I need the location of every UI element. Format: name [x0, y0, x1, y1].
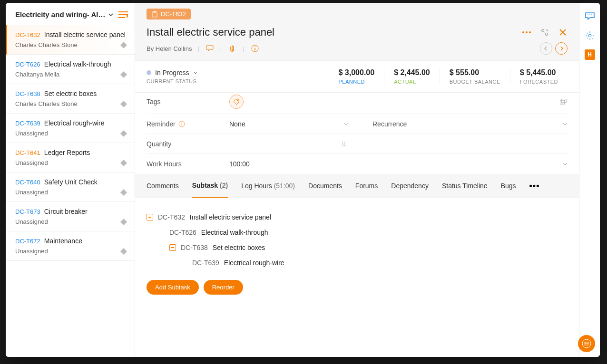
sidebar-title: Electricity and wiring- Al…: [15, 10, 105, 19]
tab-comments[interactable]: Comments: [147, 174, 179, 197]
clipboard-icon: [151, 11, 158, 18]
task-item[interactable]: DC-T626 Electrical walk-through Chaitany…: [6, 55, 135, 84]
priority-icon: [120, 248, 127, 254]
task-item[interactable]: DC-T640 Safety Unit Check Unassigned: [6, 172, 135, 202]
close-icon[interactable]: [558, 28, 568, 37]
sidebar: Electricity and wiring- Al… DC-T632 Inst…: [6, 3, 135, 357]
title-actions: [522, 28, 568, 37]
tab-documents[interactable]: Documents: [308, 174, 342, 197]
priority-icon: [120, 130, 127, 136]
tab-loghours[interactable]: Log Hours (51:00): [241, 174, 295, 197]
menu-lines-icon: [582, 339, 591, 348]
task-item[interactable]: DC-T638 Set electric boxes Charles Charl…: [6, 84, 135, 114]
task-item-assignee: Charles Charles Stone: [15, 100, 78, 107]
sidebar-header: Electricity and wiring- Al…: [6, 3, 135, 25]
chevron-down-icon: [344, 122, 349, 126]
recurrence-select[interactable]: Recurrence: [372, 120, 568, 128]
task-item-name: Safety Unit Check: [44, 178, 98, 186]
prev-button[interactable]: [540, 42, 552, 55]
info-icon[interactable]: [250, 44, 260, 53]
more-icon[interactable]: [522, 28, 531, 37]
subtask-row[interactable]: DC-T639 Electrical rough-wire: [147, 255, 568, 270]
tab-bugs[interactable]: Bugs: [501, 174, 516, 197]
subtask-name: Install electric service panel: [190, 213, 271, 221]
task-item-name: Maintenance: [44, 237, 82, 245]
metric-forecast: $ 5,445.00 FORECASTED: [510, 68, 568, 85]
task-item[interactable]: DC-T672 Maintenance Unassigned: [6, 231, 135, 261]
task-item[interactable]: DC-T641 Ledger Reports Unassigned: [6, 143, 135, 172]
chevron-down-icon: [563, 162, 568, 166]
collapse-box-icon[interactable]: [147, 214, 153, 220]
page-title: Install electric service panel: [147, 26, 274, 38]
task-item-assignee: Unassigned: [15, 130, 48, 137]
task-id-badge[interactable]: DC-T632: [147, 9, 191, 19]
tags-label: Tags: [147, 98, 229, 105]
task-badge-text: DC-T632: [161, 10, 186, 18]
subtask-row[interactable]: DC-T632 Install electric service panel: [147, 210, 568, 225]
author-row: By Helen Collins | | |: [147, 42, 568, 55]
metric-value: $ 3,000.00: [339, 68, 375, 77]
add-subtask-button[interactable]: Add Subtask: [147, 280, 199, 295]
task-item-name: Circuit breaker: [44, 208, 88, 215]
status-dropdown[interactable]: In Progress: [147, 69, 329, 77]
gear-icon[interactable]: [585, 30, 595, 41]
subtask-id: DC-T626: [169, 229, 196, 236]
metric-label: ACTUAL: [394, 79, 430, 85]
h-badge[interactable]: H: [585, 49, 595, 60]
link-icon[interactable]: [540, 28, 549, 37]
priority-icon: [120, 189, 127, 195]
nav-arrows: [540, 42, 568, 55]
info-icon: [178, 121, 185, 127]
collapse-icon[interactable]: [118, 11, 128, 19]
quantity-label: Quantity: [147, 140, 229, 148]
next-button[interactable]: [555, 42, 568, 55]
reminder-select[interactable]: None: [229, 120, 372, 128]
workhours-value[interactable]: 100:00: [229, 160, 372, 168]
chevron-down-icon: [563, 122, 568, 126]
svg-point-6: [546, 33, 548, 36]
subtask-row[interactable]: DC-T626 Electrical walk-through: [147, 225, 568, 240]
author-text: By Helen Collins: [147, 45, 192, 52]
task-item-name: Install electric service panel: [44, 31, 126, 38]
task-item[interactable]: DC-T632 Install electric service panel C…: [6, 25, 135, 55]
task-list: DC-T632 Install electric service panel C…: [6, 25, 135, 357]
svg-point-4: [529, 31, 531, 33]
metric-actual: $ 2,445.00 ACTUAL: [384, 68, 440, 85]
fab-button[interactable]: [578, 335, 595, 352]
workhours-label: Work Hours: [147, 160, 229, 168]
sidebar-title-dropdown[interactable]: Electricity and wiring- Al…: [15, 10, 118, 19]
attachment-icon[interactable]: [227, 44, 237, 53]
svg-rect-10: [561, 99, 566, 103]
quantity-value[interactable]: 1 23 4: [229, 141, 372, 147]
tab-dependency[interactable]: Dependency: [391, 174, 429, 197]
grid-icon: 1 23 4: [342, 141, 349, 147]
metric-label: FORECASTED: [520, 79, 558, 85]
task-item-id: DC-T640: [15, 179, 40, 186]
chat-icon[interactable]: [585, 11, 595, 22]
tab-subtask[interactable]: Subtask (2): [192, 174, 228, 198]
reorder-button[interactable]: Reorder: [204, 280, 243, 295]
task-item-assignee: Unassigned: [15, 248, 48, 255]
task-item-id: DC-T673: [15, 208, 40, 215]
task-item-assignee: Unassigned: [15, 218, 48, 225]
comment-icon[interactable]: [205, 44, 215, 53]
svg-point-5: [542, 29, 544, 32]
tabs: Comments Subtask (2) Log Hours (51:00) D…: [135, 174, 579, 198]
tab-forums[interactable]: Forums: [355, 174, 378, 197]
task-item[interactable]: DC-T673 Circuit breaker Unassigned: [6, 202, 135, 231]
collapse-box-icon[interactable]: [169, 244, 176, 251]
subtask-area: DC-T632 Install electric service panel D…: [135, 198, 579, 357]
subtask-id: DC-T639: [192, 259, 219, 267]
task-item[interactable]: DC-T639 Electrical rough-wire Unassigned: [6, 114, 135, 143]
tab-more-icon[interactable]: •••: [529, 181, 540, 191]
tab-status-timeline[interactable]: Status Timeline: [442, 174, 488, 197]
main-panel: DC-T632 Install electric service panel B…: [135, 3, 579, 357]
metrics: $ 3,000.00 PLANNED $ 2,445.00 ACTUAL $ 5…: [329, 68, 568, 85]
subtask-row[interactable]: DC-T638 Set electric boxes: [147, 240, 568, 255]
tag-add-icon[interactable]: [229, 95, 244, 109]
task-item-name: Ledger Reports: [44, 149, 90, 156]
task-item-assignee: Unassigned: [15, 189, 48, 196]
svg-point-8: [237, 100, 238, 101]
metric-value: $ 2,445.00: [394, 68, 430, 77]
tag-expand-icon[interactable]: [560, 99, 568, 105]
